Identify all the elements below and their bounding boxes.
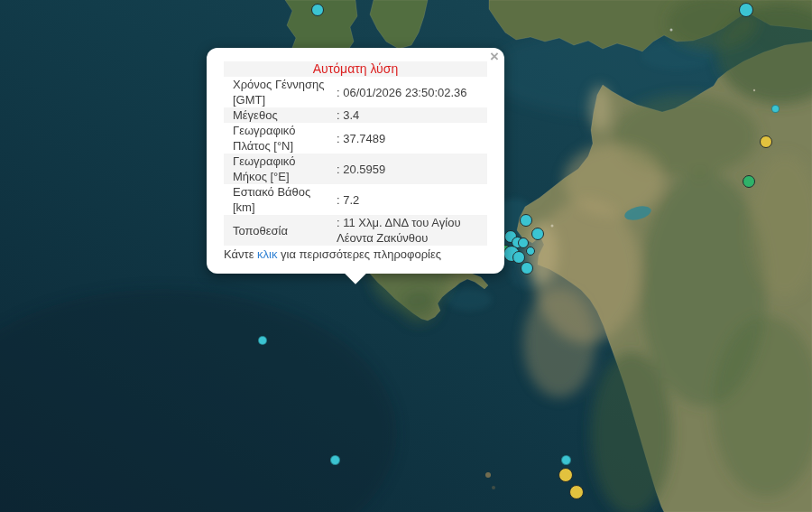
earthquake-marker[interactable]	[561, 455, 571, 465]
row-magnitude: Μέγεθος : 3.4	[224, 107, 487, 123]
row-location: Τοποθεσία : 11 Χλμ. ΔΝΔ του Αγίου Λέοντα…	[224, 215, 487, 246]
row-value: : 7.2	[337, 192, 359, 208]
row-label: Μέγεθος	[233, 107, 278, 123]
footer-text-prefix: Κάντε	[224, 247, 257, 261]
row-latitude: Γεωγραφικό Πλάτος [°N] : 37.7489	[224, 123, 487, 154]
earthquake-marker[interactable]	[531, 228, 544, 240]
earthquake-marker[interactable]	[743, 175, 755, 188]
row-longitude: Γεωγραφικό Μήκος [°E] : 20.5959	[224, 154, 487, 184]
footer-text-suffix: για περισσότερες πληροφορίες	[277, 247, 441, 261]
row-value: : 06/01/2026 23:50:02.36	[337, 85, 467, 100]
row-value: : 20.5959	[337, 162, 385, 177]
popup-rows: Χρόνος Γέννησης [GMT] : 06/01/2026 23:50…	[224, 77, 487, 246]
earthquake-marker[interactable]	[330, 455, 340, 465]
row-value: : 37.7489	[337, 131, 385, 146]
earthquake-marker[interactable]	[558, 468, 573, 482]
earthquake-marker[interactable]	[739, 3, 753, 17]
row-value: : 11 Χλμ. ΔΝΔ του Αγίου Λέοντα Ζακύνθου	[337, 215, 485, 246]
earthquake-marker[interactable]	[526, 247, 535, 256]
row-depth: Εστιακό Βάθος [km] : 7.2	[224, 184, 487, 215]
earthquake-info-popup: × Αυτόματη λύση Χρόνος Γέννησης [GMT] : …	[207, 48, 504, 274]
row-label: Γεωγραφικό Πλάτος [°N]	[233, 123, 328, 154]
earthquake-marker[interactable]	[520, 214, 532, 227]
row-origin-time: Χρόνος Γέννησης [GMT] : 06/01/2026 23:50…	[224, 77, 487, 107]
popup-footer: Κάντε κλικ για περισσότερες πληροφορίες	[224, 246, 487, 262]
earthquake-marker[interactable]	[569, 485, 584, 499]
row-value: : 3.4	[337, 107, 359, 123]
row-label: Εστιακό Βάθος [km]	[233, 184, 328, 215]
earthquake-marker[interactable]	[760, 135, 772, 148]
more-info-link[interactable]: κλικ	[257, 247, 277, 261]
earthquake-marker[interactable]	[258, 336, 267, 345]
earthquake-marker[interactable]	[521, 262, 533, 275]
row-label: Χρόνος Γέννησης [GMT]	[233, 77, 328, 107]
popup-title: Αυτόματη λύση	[224, 61, 487, 77]
close-icon[interactable]: ×	[490, 49, 499, 64]
earthquake-marker[interactable]	[771, 105, 780, 113]
row-label: Τοποθεσία	[233, 223, 288, 238]
map-viewport[interactable]: × Αυτόματη λύση Χρόνος Γέννησης [GMT] : …	[0, 0, 812, 512]
row-label: Γεωγραφικό Μήκος [°E]	[233, 154, 328, 184]
earthquake-marker[interactable]	[311, 4, 324, 16]
